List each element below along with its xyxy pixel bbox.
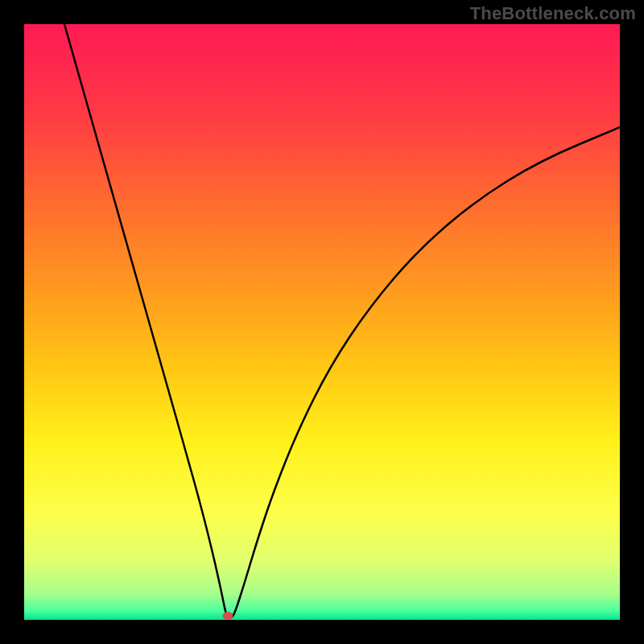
watermark-text: TheBottleneck.com: [470, 3, 636, 24]
chart-frame: TheBottleneck.com: [0, 0, 644, 644]
bottleneck-curve: [24, 24, 620, 620]
plot-area: [24, 24, 620, 620]
minimum-marker-dot: [223, 612, 233, 620]
